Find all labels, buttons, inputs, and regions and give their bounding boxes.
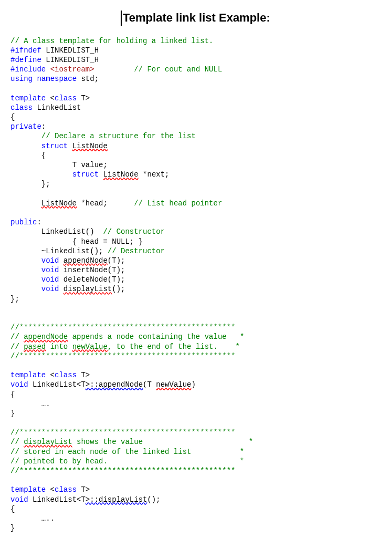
- comment-line: //**************************************…: [10, 467, 235, 475]
- ident: LinkedList: [37, 104, 81, 112]
- keyword: class: [55, 371, 77, 379]
- dtor: ~LinkedList();: [41, 247, 103, 255]
- ctor: LinkedList(): [41, 227, 94, 236]
- keyword: struct: [41, 142, 68, 150]
- guard: LINKEDLIST_H: [46, 46, 99, 55]
- keyword: template: [10, 94, 46, 102]
- args: (T);: [108, 256, 125, 265]
- comment-line: //: [10, 438, 24, 446]
- ident-flagged: appendNode: [63, 256, 108, 265]
- ident-flagged: >::displayList: [86, 495, 147, 504]
- preproc: #ifndef: [10, 46, 41, 55]
- comment-line: //**************************************…: [10, 428, 235, 437]
- keyword: void: [10, 495, 28, 504]
- comment-line: //**************************************…: [10, 352, 235, 360]
- comment-line: shows the value *: [72, 438, 253, 446]
- ident: T: [81, 485, 85, 494]
- keyword: class: [10, 104, 33, 112]
- ident: std;: [81, 75, 99, 83]
- ident-flagged: ListNode: [41, 199, 77, 208]
- ident-flagged: pased: [24, 343, 46, 351]
- comment-line: // A class template for holding a linked…: [10, 37, 213, 45]
- ident-flagged: displayList: [63, 285, 112, 293]
- keyword: class: [55, 94, 77, 102]
- ident-flagged: displayList: [24, 438, 72, 446]
- comment-line: // Declare a structure for the list: [41, 132, 196, 140]
- ident-flagged: appendNode: [24, 333, 68, 341]
- args: ();: [147, 495, 160, 504]
- page-title: Template link list Example:: [121, 11, 270, 26]
- ident-flagged: ListNode: [103, 170, 138, 179]
- args: ();: [112, 285, 125, 293]
- keyword: class: [55, 485, 77, 494]
- ident-flagged: ListNode: [72, 142, 108, 150]
- ident-flagged: newValue: [72, 343, 108, 351]
- ctor-body: { head = NULL; }: [72, 237, 143, 246]
- comment-line: into: [46, 343, 72, 351]
- ident: T: [81, 94, 85, 102]
- keyword: private: [10, 122, 41, 131]
- preproc: #include: [10, 65, 46, 74]
- ident: T: [81, 371, 85, 379]
- keyword: void: [41, 285, 59, 293]
- args: ): [192, 380, 196, 389]
- code-content: // A class template for holding a linked…: [10, 36, 382, 538]
- method: deleteNode(T);: [63, 275, 125, 284]
- field: T value;: [72, 161, 108, 169]
- keyword: struct: [72, 170, 99, 179]
- keyword: using: [10, 75, 33, 83]
- comment-line: // Destructor: [108, 247, 165, 255]
- ident-flagged: newValue: [156, 380, 191, 389]
- keyword: void: [41, 266, 59, 274]
- ident: LinkedList<T: [33, 495, 86, 504]
- method: insertNode(T);: [63, 266, 125, 274]
- preproc: #define: [10, 56, 41, 64]
- comment-line: //: [10, 343, 24, 351]
- keyword: template: [10, 485, 46, 494]
- comment-line: , to the end of the list. *: [108, 343, 240, 351]
- keyword: void: [10, 380, 28, 389]
- comment-line: // pointed to by head. *: [10, 457, 244, 465]
- ident: LinkedList<T: [33, 380, 86, 389]
- ellipsis: …..: [41, 514, 55, 523]
- comment-line: appends a node containing the value *: [68, 333, 244, 341]
- guard: LINKEDLIST_H: [46, 56, 99, 64]
- comment-line: // stored in each node of the linked lis…: [10, 448, 244, 456]
- field: *head;: [81, 199, 107, 208]
- args: (T: [143, 380, 156, 389]
- keyword: namespace: [37, 75, 77, 83]
- ellipsis: ….: [41, 400, 50, 408]
- field: *next;: [143, 170, 169, 179]
- comment-line: //**************************************…: [10, 323, 235, 332]
- keyword: public: [10, 218, 37, 226]
- ident-flagged: >::appendNode: [86, 380, 143, 389]
- include-val: <iostream>: [50, 65, 94, 74]
- comment-line: // Constructor: [103, 227, 165, 236]
- keyword: template: [10, 371, 46, 379]
- comment-line: // List head pointer: [134, 199, 222, 208]
- keyword: void: [41, 275, 59, 284]
- comment-line: //: [10, 333, 24, 341]
- keyword: void: [41, 256, 59, 265]
- comment-line: // For cout and NULL: [134, 65, 222, 74]
